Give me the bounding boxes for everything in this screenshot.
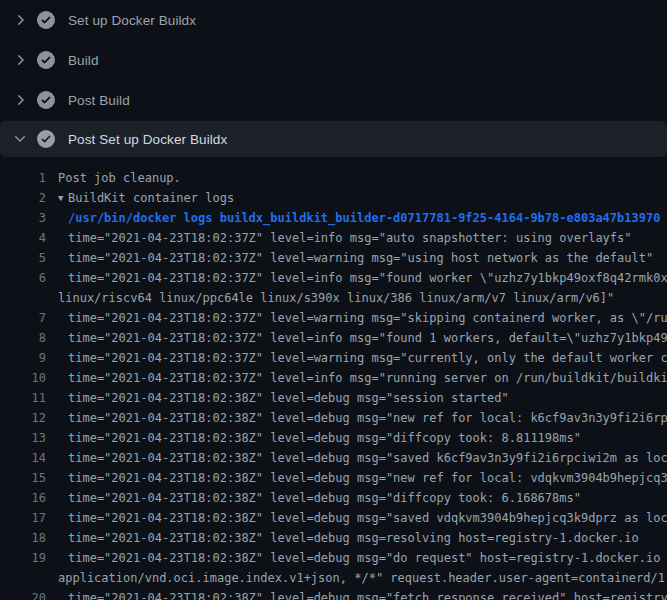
log-line-text: time="2021-04-23T18:02:38Z" level=debug … bbox=[68, 528, 639, 548]
log-row: 20time="2021-04-23T18:02:38Z" level=debu… bbox=[0, 588, 667, 600]
log-line-text: time="2021-04-23T18:02:37Z" level=info m… bbox=[68, 228, 632, 248]
log-line-number[interactable]: 2 bbox=[0, 188, 46, 208]
log-line-text: time="2021-04-23T18:02:38Z" level=debug … bbox=[68, 508, 667, 528]
log-line-text: Post job cleanup. bbox=[58, 168, 181, 188]
log-row: 2▼BuildKit container logs bbox=[0, 188, 667, 208]
log-row: 7time="2021-04-23T18:02:37Z" level=warni… bbox=[0, 308, 667, 328]
log-line-number bbox=[0, 568, 46, 588]
log-row: 12time="2021-04-23T18:02:38Z" level=debu… bbox=[0, 408, 667, 428]
log-line-text: time="2021-04-23T18:02:38Z" level=debug … bbox=[68, 468, 667, 488]
log-line-text: time="2021-04-23T18:02:37Z" level=info m… bbox=[68, 328, 667, 348]
step-label: Post Set up Docker Buildx bbox=[68, 132, 227, 147]
log-row: 15time="2021-04-23T18:02:38Z" level=debu… bbox=[0, 468, 667, 488]
log-row: 19time="2021-04-23T18:02:38Z" level=debu… bbox=[0, 548, 667, 568]
check-circle-icon bbox=[37, 11, 55, 29]
log-row: 11time="2021-04-23T18:02:38Z" level=debu… bbox=[0, 388, 667, 408]
log-row: 1Post job cleanup. bbox=[0, 168, 667, 188]
log-row: 17time="2021-04-23T18:02:38Z" level=debu… bbox=[0, 508, 667, 528]
log-output: 1Post job cleanup.2▼BuildKit container l… bbox=[0, 158, 667, 600]
log-line-number[interactable]: 19 bbox=[0, 548, 46, 568]
log-row: 3/usr/bin/docker logs buildx_buildkit_bu… bbox=[0, 208, 667, 228]
check-circle-icon bbox=[37, 130, 55, 148]
log-line-number[interactable]: 6 bbox=[0, 268, 46, 288]
log-row: 8time="2021-04-23T18:02:37Z" level=info … bbox=[0, 328, 667, 348]
log-line-text: time="2021-04-23T18:02:38Z" level=debug … bbox=[68, 588, 667, 600]
step-label: Set up Docker Buildx bbox=[68, 13, 196, 28]
log-line-text: time="2021-04-23T18:02:37Z" level=info m… bbox=[68, 368, 667, 388]
chevron-down-icon bbox=[12, 131, 28, 147]
log-line-number[interactable]: 16 bbox=[0, 488, 46, 508]
log-row: 10time="2021-04-23T18:02:37Z" level=info… bbox=[0, 368, 667, 388]
log-row: 13time="2021-04-23T18:02:38Z" level=debu… bbox=[0, 428, 667, 448]
chevron-right-icon bbox=[12, 12, 28, 28]
log-line-text: time="2021-04-23T18:02:37Z" level=info m… bbox=[68, 268, 667, 288]
log-line-number[interactable]: 20 bbox=[0, 588, 46, 600]
log-row: 4time="2021-04-23T18:02:37Z" level=info … bbox=[0, 228, 667, 248]
log-row: application/vnd.oci.image.index.v1+json,… bbox=[0, 568, 667, 588]
log-line-number[interactable]: 17 bbox=[0, 508, 46, 528]
log-line-number[interactable]: 7 bbox=[0, 308, 46, 328]
step-label: Post Build bbox=[68, 93, 130, 108]
log-line-text: time="2021-04-23T18:02:38Z" level=debug … bbox=[68, 408, 667, 428]
log-line-text: time="2021-04-23T18:02:38Z" level=debug … bbox=[68, 428, 581, 448]
log-line-text: time="2021-04-23T18:02:37Z" level=warnin… bbox=[68, 308, 667, 328]
log-command-text: /usr/bin/docker logs buildx_buildkit_bui… bbox=[68, 208, 660, 228]
log-row: 5time="2021-04-23T18:02:37Z" level=warni… bbox=[0, 248, 667, 268]
log-line-text: time="2021-04-23T18:02:37Z" level=warnin… bbox=[68, 248, 653, 268]
log-line-text: BuildKit container logs bbox=[68, 188, 234, 208]
log-line-number[interactable]: 15 bbox=[0, 468, 46, 488]
step-row-setup-docker-buildx[interactable]: Set up Docker Buildx bbox=[0, 0, 667, 40]
log-line-text: time="2021-04-23T18:02:38Z" level=debug … bbox=[68, 448, 667, 468]
log-row: 14time="2021-04-23T18:02:38Z" level=debu… bbox=[0, 448, 667, 468]
log-line-number[interactable]: 13 bbox=[0, 428, 46, 448]
log-line-text: application/vnd.oci.image.index.v1+json,… bbox=[58, 568, 667, 588]
log-line-number[interactable]: 10 bbox=[0, 368, 46, 388]
step-row-post-setup-docker-buildx[interactable]: Post Set up Docker Buildx bbox=[0, 121, 667, 157]
log-line-number bbox=[0, 288, 46, 308]
log-row: 16time="2021-04-23T18:02:38Z" level=debu… bbox=[0, 488, 667, 508]
log-line-number[interactable]: 9 bbox=[0, 348, 46, 368]
log-line-number[interactable]: 8 bbox=[0, 328, 46, 348]
log-line-number[interactable]: 3 bbox=[0, 208, 46, 228]
log-line-text: linux/riscv64 linux/ppc64le linux/s390x … bbox=[58, 288, 614, 308]
step-row-build[interactable]: Build bbox=[0, 40, 667, 80]
log-line-number[interactable]: 12 bbox=[0, 408, 46, 428]
log-row: 9time="2021-04-23T18:02:37Z" level=warni… bbox=[0, 348, 667, 368]
log-line-text: time="2021-04-23T18:02:38Z" level=debug … bbox=[68, 548, 667, 568]
log-line-text: time="2021-04-23T18:02:38Z" level=debug … bbox=[68, 388, 509, 408]
chevron-right-icon bbox=[12, 92, 28, 108]
step-label: Build bbox=[68, 53, 99, 68]
log-line-text: time="2021-04-23T18:02:38Z" level=debug … bbox=[68, 488, 581, 508]
log-line-number[interactable]: 1 bbox=[0, 168, 46, 188]
group-toggle-icon[interactable]: ▼ bbox=[58, 188, 68, 208]
check-circle-icon bbox=[37, 51, 55, 69]
log-line-number[interactable]: 14 bbox=[0, 448, 46, 468]
log-line-number[interactable]: 4 bbox=[0, 228, 46, 248]
chevron-right-icon bbox=[12, 52, 28, 68]
log-line-number[interactable]: 11 bbox=[0, 388, 46, 408]
log-line-number[interactable]: 5 bbox=[0, 248, 46, 268]
log-line-number[interactable]: 18 bbox=[0, 528, 46, 548]
log-row: linux/riscv64 linux/ppc64le linux/s390x … bbox=[0, 288, 667, 308]
check-circle-icon bbox=[37, 91, 55, 109]
log-line-text: time="2021-04-23T18:02:37Z" level=warnin… bbox=[68, 348, 667, 368]
log-row: 18time="2021-04-23T18:02:38Z" level=debu… bbox=[0, 528, 667, 548]
log-row: 6time="2021-04-23T18:02:37Z" level=info … bbox=[0, 268, 667, 288]
step-row-post-build[interactable]: Post Build bbox=[0, 80, 667, 120]
